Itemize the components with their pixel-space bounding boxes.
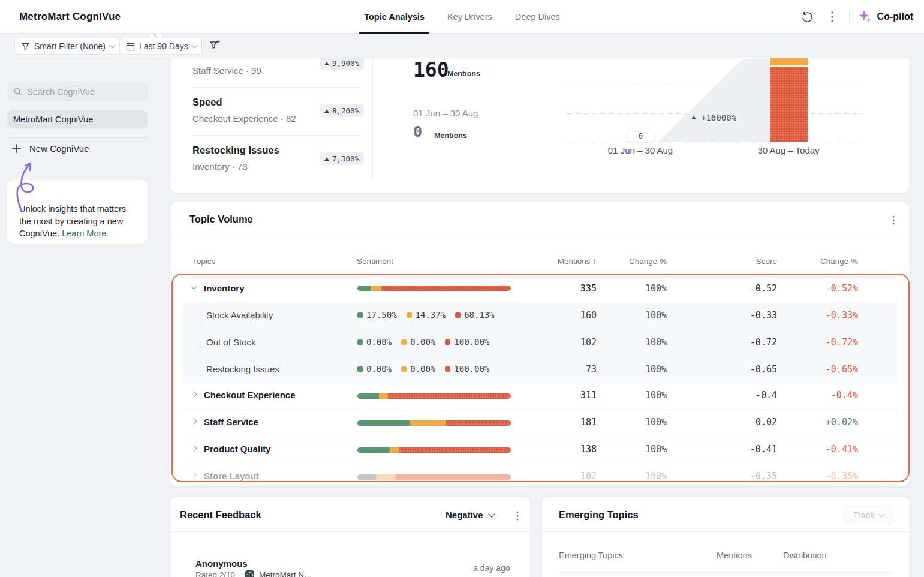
negative-swatch-icon bbox=[445, 339, 450, 345]
divider bbox=[185, 464, 896, 464]
copilot-button[interactable]: Co-pilot bbox=[858, 10, 913, 24]
tree-connector bbox=[197, 315, 202, 315]
feedback-time: a day ago bbox=[473, 563, 510, 573]
score-change-value: -0.52% bbox=[826, 283, 858, 294]
topic-volume-card: Topic Volume Topics Sentiment Mentions ↑… bbox=[170, 202, 910, 487]
new-cognivue-button[interactable]: New CogniVue bbox=[12, 143, 89, 154]
negative-swatch-icon bbox=[455, 312, 461, 318]
refresh-icon bbox=[801, 11, 812, 23]
neutral-swatch-icon bbox=[401, 366, 407, 372]
neutral-swatch-icon bbox=[401, 339, 407, 345]
col-header-mentions-sort[interactable]: Mentions ↑ bbox=[558, 257, 597, 266]
change-value: 100% bbox=[645, 337, 667, 348]
tree-connector bbox=[197, 304, 197, 369]
track-dropdown[interactable]: Track bbox=[844, 506, 893, 524]
sentiment-bar bbox=[357, 474, 511, 480]
col-header-change2: Change % bbox=[820, 257, 858, 266]
date-range-dropdown[interactable]: Last 90 Days bbox=[119, 38, 204, 55]
mentions-value: 311 bbox=[580, 390, 597, 401]
divider bbox=[170, 236, 910, 236]
add-filter-button[interactable] bbox=[209, 39, 221, 53]
emerging-topics-card: Emerging Topics Track Emerging Topics Me… bbox=[541, 496, 910, 577]
kebab-icon bbox=[831, 11, 833, 22]
search-input[interactable] bbox=[27, 87, 129, 97]
recent-feedback-card: Recent Feedback Negative Anonymous Rated… bbox=[170, 496, 531, 577]
mentions-value: 335 bbox=[580, 283, 597, 294]
sparkle-icon bbox=[858, 10, 872, 24]
chevron-right-icon[interactable] bbox=[191, 473, 197, 479]
refresh-button[interactable] bbox=[799, 8, 815, 25]
learn-more-link[interactable]: Learn More bbox=[62, 229, 106, 238]
feedback-source: MetroMart N… bbox=[259, 570, 312, 577]
feedback-menu-button[interactable] bbox=[509, 507, 526, 524]
previous-range-label: 01 Jun – 30 Aug bbox=[413, 108, 478, 118]
kebab-icon bbox=[892, 215, 895, 225]
chart-annotation: +16000% bbox=[691, 113, 736, 122]
col-header-emerging-topics: Emerging Topics bbox=[559, 551, 623, 560]
divider bbox=[170, 531, 531, 532]
filter-plus-icon bbox=[209, 39, 221, 51]
divider bbox=[185, 410, 896, 410]
change-value: 100% bbox=[645, 310, 667, 321]
divider bbox=[372, 58, 373, 181]
sentiment-bar bbox=[357, 447, 511, 453]
filter-bar: Smart Filter (None) Last 90 Days bbox=[0, 34, 924, 58]
change-value: 100% bbox=[645, 417, 667, 428]
mentions-value: 102 bbox=[580, 337, 597, 348]
current-mentions-unit: Mentions bbox=[447, 70, 480, 78]
subtopic-block bbox=[183, 302, 897, 383]
kebab-icon bbox=[516, 511, 519, 521]
col-header-change: Change % bbox=[629, 257, 667, 266]
gridline bbox=[567, 142, 863, 142]
topic-volume-menu-button[interactable] bbox=[885, 212, 902, 229]
x-axis-label: 30 Aug – Today bbox=[738, 145, 839, 155]
header-menu-button[interactable] bbox=[824, 8, 841, 25]
sentiment-legend: 0.00% 0.00% 100.00% bbox=[357, 337, 489, 347]
change-badge: 7,300% bbox=[320, 152, 364, 165]
score-change-value: -0.4% bbox=[831, 390, 858, 401]
section-title: Topic Volume bbox=[189, 214, 253, 225]
positive-swatch-icon bbox=[357, 312, 363, 318]
feedback-filter-dropdown[interactable]: Negative bbox=[446, 510, 494, 520]
change-badge: 9,900% bbox=[320, 58, 364, 70]
chevron-down-icon bbox=[488, 510, 495, 517]
tab-topic-analysis[interactable]: Topic Analysis bbox=[364, 0, 425, 34]
chevron-down-icon bbox=[878, 510, 885, 517]
chevron-right-icon[interactable] bbox=[191, 446, 197, 452]
divider bbox=[185, 437, 896, 437]
sentiment-legend: 0.00% 0.00% 100.00% bbox=[357, 364, 489, 374]
score-change-value: -0.72% bbox=[826, 337, 858, 348]
score-change-value: -0.35% bbox=[826, 471, 858, 482]
tree-connector bbox=[197, 369, 202, 369]
score-value: -0.41 bbox=[750, 444, 777, 455]
score-change-value: -0.65% bbox=[826, 364, 858, 375]
chevron-down-icon[interactable] bbox=[191, 284, 197, 290]
sort-arrow-icon: ↑ bbox=[592, 257, 597, 266]
change-value: 100% bbox=[645, 471, 667, 482]
change-value: 100% bbox=[645, 283, 667, 294]
divider bbox=[192, 135, 361, 136]
spike-item-title[interactable]: Speed bbox=[192, 97, 222, 108]
sentiment-bar bbox=[357, 393, 511, 399]
tab-bar: Topic Analysis Key Drivers Deep Dives bbox=[0, 0, 924, 34]
tab-key-drivers[interactable]: Key Drivers bbox=[447, 0, 492, 34]
feedback-author: Anonymous bbox=[195, 558, 248, 569]
score-change-value: +0.02% bbox=[826, 417, 858, 428]
tree-connector bbox=[197, 342, 202, 342]
chevron-right-icon[interactable] bbox=[191, 392, 197, 398]
score-value: -0.52 bbox=[750, 283, 777, 294]
divider bbox=[192, 87, 361, 88]
tab-deep-dives[interactable]: Deep Dives bbox=[515, 0, 560, 34]
mentions-value: 160 bbox=[580, 310, 597, 321]
col-header-distribution: Distribution bbox=[783, 551, 827, 560]
plus-icon bbox=[12, 144, 21, 153]
chevron-right-icon[interactable] bbox=[191, 419, 197, 425]
spike-item-title[interactable]: Restocking Issues bbox=[192, 145, 279, 156]
score-value: -0.35 bbox=[750, 471, 777, 482]
mentions-value: 102 bbox=[580, 471, 597, 482]
sidebar-item-metromart[interactable]: MetroMart CogniVue bbox=[7, 110, 148, 128]
divider bbox=[7, 137, 148, 138]
negative-swatch-icon bbox=[445, 366, 450, 372]
app-header: MetroMart CogniVue Topic Analysis Key Dr… bbox=[0, 0, 924, 34]
smart-filter-dropdown[interactable]: Smart Filter (None) bbox=[14, 38, 121, 55]
